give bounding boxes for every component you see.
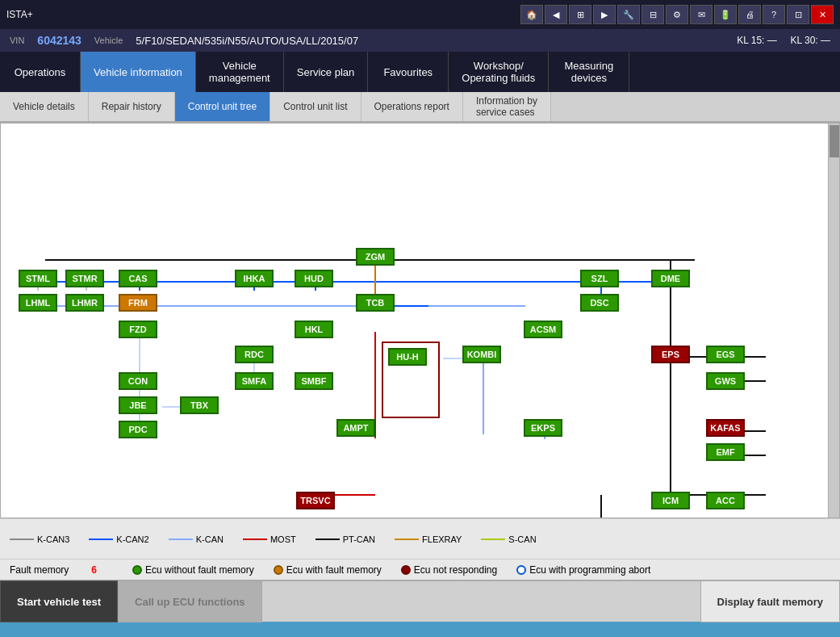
call-ecu-functions-button[interactable]: Call up ECU functions [118, 580, 262, 622]
ecu-cas[interactable]: CAS [119, 270, 157, 287]
ecu-lhmr[interactable]: LHMR [65, 294, 104, 312]
bottom-action-bar: Start vehicle test Call up ECU functions… [0, 580, 840, 622]
forward-btn[interactable]: ▶ [593, 5, 616, 24]
ecu-con[interactable]: CON [119, 372, 157, 390]
ecu-smbf[interactable]: SMBF [295, 372, 333, 390]
display-fault-memory-button[interactable]: Display fault memory [700, 580, 841, 622]
subtab-vehicle-details[interactable]: Vehicle details [0, 92, 89, 121]
legend-ecu-with-fault: Ecu with fault memory [274, 564, 382, 576]
subtab-control-unit-tree[interactable]: Control unit tree [175, 92, 270, 121]
ecu-frm[interactable]: FRM [119, 294, 157, 312]
ecu-hud[interactable]: HUD [295, 270, 333, 287]
ptcan-line [316, 539, 340, 540]
scan-label: S-CAN [508, 534, 536, 544]
ecu-emf[interactable]: EMF [706, 443, 745, 461]
ecu-ihka[interactable]: IHKA [235, 270, 274, 287]
legend-ptcan: PT-CAN [316, 534, 375, 544]
legend-most: MOST [243, 534, 296, 544]
kl15-value: KL 15: — [737, 35, 777, 46]
home-btn[interactable]: 🏠 [520, 5, 543, 24]
subtab-info-service-cases[interactable]: Information byservice cases [463, 92, 551, 121]
fault-memory-bar: Fault memory 6 Ecu without fault memory … [0, 559, 840, 580]
ecu-acsm[interactable]: ACSM [524, 321, 562, 338]
legend-ecu-prog-abort: Ecu with programming abort [516, 564, 650, 576]
ecu-jbe[interactable]: JBE [119, 396, 157, 414]
subtab-control-unit-list[interactable]: Control unit list [270, 92, 361, 121]
kcan2-label: K-CAN2 [116, 534, 148, 544]
ecu-icm[interactable]: ICM [651, 492, 690, 509]
ecu-dsc[interactable]: DSC [580, 294, 619, 312]
email-btn[interactable]: ✉ [690, 5, 713, 24]
flexray-label: FLEXRAY [422, 534, 462, 544]
ecu-trsvc[interactable]: TRSVC [296, 492, 335, 509]
vin-value: 6042143 [37, 34, 81, 47]
kcan-line [169, 539, 193, 540]
legend-kcan3: K-CAN3 [10, 534, 69, 544]
layout-btn[interactable]: ⊞ [569, 5, 591, 24]
ecu-kafas[interactable]: KAFAS [706, 419, 745, 437]
help-btn[interactable]: ? [763, 5, 785, 24]
tab-vehicle-management[interactable]: Vehiclemanagement [196, 52, 284, 92]
prog-abort-label: Ecu with programming abort [529, 564, 650, 576]
subtab-repair-history[interactable]: Repair history [89, 92, 175, 121]
subtab-operations-report[interactable]: Operations report [361, 92, 463, 121]
tab-service-plan[interactable]: Service plan [284, 52, 369, 92]
window-controls: 🏠 ◀ ⊞ ▶ 🔧 ⊟ ⚙ ✉ 🔋 🖨 ? ⊡ ✕ [520, 5, 834, 24]
ecu-lhml[interactable]: LHML [19, 294, 57, 312]
ecu-szl[interactable]: SZL [580, 270, 619, 287]
ecu-tbx[interactable]: TBX [180, 396, 219, 414]
ecu-ampt[interactable]: AMPT [336, 419, 375, 437]
tab-measuring-devices[interactable]: Measuringdevices [549, 52, 629, 92]
ecu-gws[interactable]: GWS [706, 372, 745, 390]
vehicle-value: 5/F10/SEDAN/535i/N55/AUTO/USA/LL/2015/07 [136, 35, 358, 47]
start-vehicle-test-button[interactable]: Start vehicle test [0, 580, 118, 622]
ecu-kombi[interactable]: KOMBI [462, 346, 501, 363]
tab-favourites[interactable]: Favourites [368, 52, 449, 92]
scrollbar[interactable] [828, 124, 839, 518]
content-area: STML STMR CAS LHML LHMR FRM FZD CON JBE … [0, 123, 840, 580]
scroll-thumb[interactable] [830, 125, 839, 157]
tab-workshop-fluids[interactable]: Workshop/Operating fluids [449, 52, 549, 92]
ecu-hu-h[interactable]: HU-H [388, 348, 427, 366]
ptcan-label: PT-CAN [343, 534, 375, 544]
ecu-egs[interactable]: EGS [706, 346, 745, 363]
battery-btn[interactable]: 🔋 [714, 5, 737, 24]
main-navigation: Operations Vehicle information Vehiclema… [0, 52, 840, 92]
scan-line [481, 539, 505, 540]
ecu-tcb[interactable]: TCB [356, 294, 395, 312]
kcan2-line [89, 539, 113, 540]
tab-operations[interactable]: Operations [0, 52, 81, 92]
ecu-rdc[interactable]: RDC [235, 346, 274, 363]
back-btn[interactable]: ◀ [545, 5, 567, 24]
prog-abort-dot [516, 565, 526, 575]
ecu-ekps[interactable]: EKPS [524, 419, 562, 437]
fault-memory-count: 6 [91, 564, 97, 576]
ecu-hkl[interactable]: HKL [295, 321, 333, 338]
tab-vehicle-information[interactable]: Vehicle information [81, 52, 196, 92]
kl30-value: KL 30: — [790, 35, 830, 46]
tools-btn[interactable]: 🔧 [617, 5, 640, 24]
kcan3-label: K-CAN3 [37, 534, 69, 544]
settings-btn[interactable]: ⚙ [666, 5, 688, 24]
kcan-label: K-CAN [196, 534, 224, 544]
not-responding-label: Ecu not responding [414, 564, 497, 576]
not-responding-dot [401, 565, 411, 575]
ecu-smfa[interactable]: SMFA [235, 372, 274, 390]
fault-memory-label: Fault memory [10, 564, 69, 576]
ecu-dme[interactable]: DME [651, 270, 690, 287]
print-btn[interactable]: 🖨 [738, 5, 761, 24]
ecu-acc[interactable]: ACC [706, 492, 745, 509]
ecu-fzd[interactable]: FZD [119, 321, 157, 338]
ecu-zgm[interactable]: ZGM [356, 248, 395, 266]
ecu-stml[interactable]: STML [19, 270, 57, 287]
ecu-eps[interactable]: EPS [651, 346, 690, 363]
ecu-stmr[interactable]: STMR [65, 270, 104, 287]
ecu-pdc[interactable]: PDC [119, 421, 157, 438]
legend-area: K-CAN3 K-CAN2 K-CAN MOST PT-CAN FLEXRAY … [0, 518, 840, 559]
with-fault-dot [274, 565, 283, 575]
resize-btn[interactable]: ⊡ [787, 5, 809, 24]
kl-info: KL 15: — KL 30: — [737, 35, 830, 46]
ecu-sww[interactable]: SWW [580, 518, 619, 518]
scan-btn[interactable]: ⊟ [641, 5, 664, 24]
close-btn[interactable]: ✕ [811, 5, 834, 24]
